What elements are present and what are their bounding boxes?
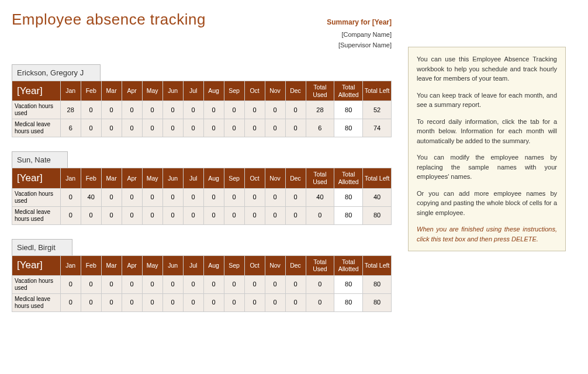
month-cell[interactable]: 0 <box>265 101 285 119</box>
month-cell[interactable]: 0 <box>265 293 285 311</box>
month-cell[interactable]: 0 <box>183 206 203 224</box>
month-cell[interactable]: 0 <box>162 188 183 206</box>
month-cell[interactable]: 0 <box>60 275 81 293</box>
month-cell[interactable]: 0 <box>285 188 306 206</box>
month-cell[interactable]: 0 <box>265 206 285 224</box>
month-cell[interactable]: 0 <box>224 206 244 224</box>
main-content: Employee absence tracking Summary for [Y… <box>12 11 392 326</box>
month-cell[interactable]: 0 <box>162 275 183 293</box>
total-used-cell: 6 <box>306 119 334 137</box>
month-cell[interactable]: 0 <box>183 275 203 293</box>
employee-name-tab: Sun, Nate <box>12 151 68 168</box>
month-cell[interactable]: 0 <box>101 275 122 293</box>
total-left-cell: 80 <box>363 293 392 311</box>
month-cell[interactable]: 6 <box>60 119 81 137</box>
month-cell[interactable]: 0 <box>244 101 265 119</box>
instructions-p5: Or you can add more employee names by co… <box>417 189 557 218</box>
month-cell[interactable]: 28 <box>60 101 81 119</box>
month-cell[interactable]: 0 <box>224 275 244 293</box>
instructions-p4: You can modify the employee names by rep… <box>417 153 557 182</box>
month-cell[interactable]: 0 <box>203 275 224 293</box>
month-cell[interactable]: 0 <box>224 293 244 311</box>
month-cell[interactable]: 0 <box>244 293 265 311</box>
month-cell[interactable]: 0 <box>203 188 224 206</box>
total-left-cell: 80 <box>363 206 392 224</box>
month-cell[interactable]: 0 <box>142 188 162 206</box>
month-cell[interactable]: 0 <box>244 188 265 206</box>
month-cell[interactable]: 0 <box>122 293 142 311</box>
month-cell[interactable]: 0 <box>81 275 101 293</box>
month-cell[interactable]: 0 <box>285 119 306 137</box>
month-cell[interactable]: 0 <box>203 119 224 137</box>
month-cell[interactable]: 0 <box>265 275 285 293</box>
month-header: Oct <box>244 168 265 188</box>
month-cell[interactable]: 0 <box>101 206 122 224</box>
month-cell[interactable]: 0 <box>203 293 224 311</box>
month-cell[interactable]: 0 <box>142 119 162 137</box>
month-cell[interactable]: 0 <box>162 119 183 137</box>
month-cell[interactable]: 0 <box>183 101 203 119</box>
month-cell[interactable]: 0 <box>285 293 306 311</box>
total-allotted-cell[interactable]: 80 <box>334 206 363 224</box>
total-allotted-cell[interactable]: 80 <box>334 275 363 293</box>
month-cell[interactable]: 0 <box>122 101 142 119</box>
month-cell[interactable]: 0 <box>60 188 81 206</box>
total-allotted-cell[interactable]: 80 <box>334 119 363 137</box>
total-left-cell: 80 <box>363 275 392 293</box>
month-cell[interactable]: 0 <box>122 119 142 137</box>
month-cell[interactable]: 0 <box>60 206 81 224</box>
month-header: Aug <box>203 255 224 275</box>
month-cell[interactable]: 0 <box>244 206 265 224</box>
year-header: [Year] <box>12 255 61 275</box>
employee-table: [Year]JanFebMarAprMayJunJulAugSepOctNovD… <box>12 168 392 224</box>
month-cell[interactable]: 0 <box>142 293 162 311</box>
month-cell[interactable]: 0 <box>142 101 162 119</box>
month-cell[interactable]: 0 <box>285 101 306 119</box>
month-cell[interactable]: 0 <box>101 101 122 119</box>
month-cell[interactable]: 0 <box>81 119 101 137</box>
month-cell[interactable]: 0 <box>224 101 244 119</box>
total-allotted-cell[interactable]: 80 <box>334 188 363 206</box>
month-header: Jun <box>162 168 183 188</box>
month-cell[interactable]: 0 <box>183 293 203 311</box>
month-cell[interactable]: 0 <box>142 206 162 224</box>
month-header: Aug <box>203 168 224 188</box>
month-cell[interactable]: 0 <box>142 275 162 293</box>
row-label: Medical leave hours used <box>12 119 61 137</box>
month-cell[interactable]: 0 <box>162 293 183 311</box>
month-cell[interactable]: 0 <box>81 206 101 224</box>
month-cell[interactable]: 0 <box>101 293 122 311</box>
month-cell[interactable]: 0 <box>101 119 122 137</box>
month-cell[interactable]: 0 <box>162 206 183 224</box>
month-cell[interactable]: 0 <box>183 119 203 137</box>
month-cell[interactable]: 0 <box>265 119 285 137</box>
month-cell[interactable]: 0 <box>224 188 244 206</box>
month-cell[interactable]: 0 <box>285 275 306 293</box>
month-cell[interactable]: 0 <box>224 119 244 137</box>
month-cell[interactable]: 0 <box>60 293 81 311</box>
month-cell[interactable]: 0 <box>244 275 265 293</box>
total-allotted-cell[interactable]: 80 <box>334 101 363 119</box>
month-header: Mar <box>101 168 122 188</box>
month-cell[interactable]: 0 <box>162 101 183 119</box>
month-cell[interactable]: 0 <box>183 188 203 206</box>
month-cell[interactable]: 0 <box>203 101 224 119</box>
month-cell[interactable]: 0 <box>101 188 122 206</box>
month-cell[interactable]: 0 <box>81 101 101 119</box>
total-used-cell: 0 <box>306 293 334 311</box>
month-header: Jan <box>60 168 81 188</box>
total-allotted-cell[interactable]: 80 <box>334 293 363 311</box>
row-label: Medical leave hours used <box>12 293 61 311</box>
instructions-box[interactable]: You can use this Employee Absence Tracki… <box>408 47 566 251</box>
month-cell[interactable]: 0 <box>203 206 224 224</box>
month-cell[interactable]: 0 <box>285 206 306 224</box>
month-cell[interactable]: 0 <box>122 188 142 206</box>
month-cell[interactable]: 0 <box>244 119 265 137</box>
page-title: Employee absence tracking <box>12 11 206 29</box>
row-label: Vacation hours used <box>12 101 61 119</box>
month-cell[interactable]: 40 <box>81 188 101 206</box>
month-cell[interactable]: 0 <box>81 293 101 311</box>
month-cell[interactable]: 0 <box>265 188 285 206</box>
month-cell[interactable]: 0 <box>122 206 142 224</box>
month-cell[interactable]: 0 <box>122 275 142 293</box>
